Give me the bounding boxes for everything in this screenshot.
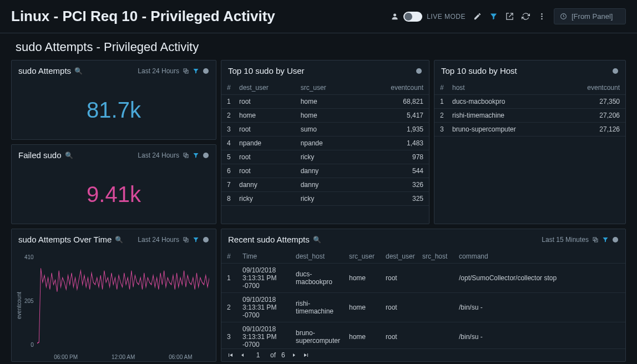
filter-icon[interactable]	[193, 68, 199, 74]
table-row[interactable]: 5rootricky978	[221, 150, 429, 164]
svg-point-3	[541, 18, 543, 20]
svg-point-10	[203, 153, 209, 158]
svg-point-0	[393, 14, 396, 17]
x-tick: 06:00 AM	[169, 354, 192, 360]
page-total: 6	[281, 351, 285, 359]
svg-point-11	[416, 68, 422, 74]
filter-icon[interactable]	[193, 152, 199, 159]
page-title: Linux - PCI Req 10 - Privileged Activity	[11, 8, 275, 25]
y-tick: 205	[24, 298, 34, 304]
more-icon[interactable]	[538, 12, 546, 21]
table-top-host: #hosteventcount1ducs-macbookpro27,3502ri…	[434, 81, 625, 224]
x-axis: 06:00 PM 12:00 AM 06:00 AM	[37, 354, 209, 360]
info-icon[interactable]	[203, 236, 209, 243]
copy-icon[interactable]	[183, 236, 189, 243]
svg-point-1	[541, 13, 543, 15]
table-row[interactable]: 3bruno-supercomputer27,126	[434, 123, 625, 136]
panel-timerange: Last 24 Hours	[138, 151, 179, 159]
clock-icon	[560, 13, 567, 20]
y-axis: 410 205 0	[24, 252, 37, 359]
user-icon[interactable]	[391, 12, 399, 21]
table-row[interactable]: 309/10/2018 3:13:31 PM -0700bruno-superc…	[221, 322, 625, 348]
table-row[interactable]: 209/10/2018 3:13:31 PM -0700rishi-timema…	[221, 293, 625, 322]
filter-icon[interactable]	[489, 12, 498, 21]
svg-point-7	[203, 68, 209, 74]
panel-recent: Recent sudo Attempts🔍 Last 15 Minutes #T…	[221, 229, 626, 362]
panel-title: sudo Attempts Over Time	[18, 235, 112, 244]
y-tick: 0	[31, 342, 34, 348]
table-row[interactable]: 1ducs-macbookpro27,350	[434, 95, 625, 109]
panel-title: sudo Attempts	[18, 66, 71, 75]
info-icon[interactable]	[416, 68, 422, 74]
filter-icon[interactable]	[193, 236, 199, 243]
magnify-icon[interactable]: 🔍	[115, 236, 123, 244]
x-tick: 12:00 AM	[112, 354, 135, 360]
table-row[interactable]: 8rickyricky325	[221, 192, 429, 206]
filter-icon[interactable]	[602, 236, 609, 243]
edit-icon[interactable]	[473, 12, 482, 21]
copy-icon[interactable]	[183, 68, 189, 74]
info-icon[interactable]	[612, 236, 619, 243]
table-row[interactable]: 7dannydanny326	[221, 178, 429, 192]
info-icon[interactable]	[612, 68, 619, 74]
info-icon[interactable]	[203, 152, 209, 159]
section-title: sudo Attempts - Privileged Activity	[0, 33, 637, 60]
share-icon[interactable]	[505, 12, 514, 21]
table-row[interactable]: 6rootdanny544	[221, 164, 429, 178]
panel-timerange: Last 24 Hours	[138, 236, 179, 244]
panel-timerange: Last 15 Minutes	[542, 236, 589, 244]
header-controls: LIVE MODE [From Panel]	[391, 8, 626, 24]
page-prev-icon[interactable]	[239, 352, 246, 358]
table-row[interactable]: 109/10/2018 3:13:31 PM -0700ducs-macbook…	[221, 264, 625, 293]
page-next-icon[interactable]	[291, 352, 297, 358]
panel-title: Top 10 sudo by Host	[441, 66, 517, 75]
copy-icon[interactable]	[183, 152, 189, 159]
svg-point-12	[613, 68, 618, 74]
refresh-icon[interactable]	[522, 12, 530, 21]
svg-point-2	[541, 16, 543, 17]
panel-top-sudo-host: Top 10 sudo by Host #hosteventcount1ducs…	[434, 60, 626, 224]
panel-timerange: Last 24 Hours	[138, 67, 179, 75]
sudo-attempts-value: 81.7k	[12, 81, 216, 139]
panel-over-time: sudo Attempts Over Time🔍 Last 24 Hours e…	[11, 229, 216, 362]
page-last-icon[interactable]	[303, 352, 310, 358]
magnify-icon[interactable]: 🔍	[74, 67, 83, 75]
page-first-icon[interactable]	[227, 352, 234, 358]
svg-point-15	[203, 237, 209, 242]
page-of-label: of	[270, 351, 276, 359]
time-picker[interactable]: [From Panel]	[554, 8, 626, 24]
copy-icon[interactable]	[592, 236, 599, 243]
panel-top-sudo-user: Top 10 sudo by User #dest_usersrc_userev…	[221, 60, 429, 224]
live-mode-toggle[interactable]	[403, 12, 422, 22]
y-tick: 410	[24, 254, 34, 260]
table-row[interactable]: 1roothome68,821	[221, 95, 429, 109]
pager: of 6	[221, 348, 625, 361]
panel-sudo-attempts: sudo Attempts🔍 Last 24 Hours 81.7k	[11, 60, 216, 140]
x-tick: 06:00 PM	[54, 354, 78, 360]
table-row[interactable]: 3rootsumo1,935	[221, 123, 429, 136]
table-row[interactable]: 2rishi-timemachine27,206	[434, 109, 625, 123]
y-axis-label: eventcount	[16, 292, 22, 319]
failed-sudo-value: 9.41k	[12, 165, 216, 224]
panel-title: Failed sudo	[18, 150, 62, 160]
table-recent: #Timedest_hostsrc_userdest_usersrc_hostc…	[221, 250, 625, 348]
table-row[interactable]: 4npandenpande1,483	[221, 136, 429, 150]
svg-point-18	[613, 237, 618, 242]
table-top-user: #dest_usersrc_usereventcount1roothome68,…	[221, 81, 429, 224]
panel-title: Recent sudo Attempts	[228, 235, 310, 244]
magnify-icon[interactable]: 🔍	[313, 236, 321, 244]
magnify-icon[interactable]: 🔍	[65, 151, 73, 159]
info-icon[interactable]	[203, 68, 209, 74]
panel-title: Top 10 sudo by User	[228, 66, 305, 75]
table-row[interactable]: 2homehome5,417	[221, 109, 429, 123]
time-picker-label: [From Panel]	[572, 12, 613, 21]
live-mode-label: LIVE MODE	[427, 13, 466, 21]
panel-failed-sudo: Failed sudo🔍 Last 24 Hours 9.41k	[11, 144, 216, 224]
page-input[interactable]	[251, 351, 265, 359]
x-axis-label: 10 Sep 18	[37, 361, 209, 362]
chart-plot[interactable]: 06:00 PM 12:00 AM 06:00 AM 10 Sep 18	[37, 252, 209, 359]
